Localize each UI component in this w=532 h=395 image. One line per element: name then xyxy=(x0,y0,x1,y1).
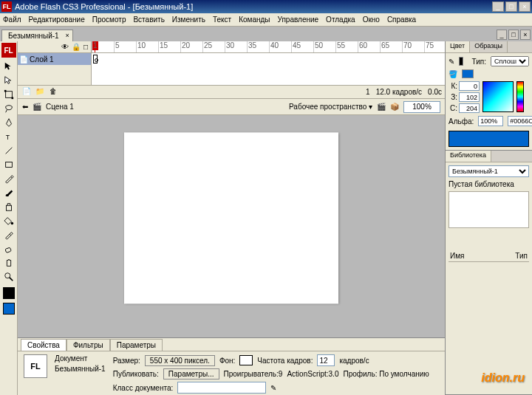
fill-type-select[interactable]: Сплошной xyxy=(491,56,529,66)
menu-commands[interactable]: Команды xyxy=(239,16,270,24)
symbol-selector-icon[interactable]: 📦 xyxy=(390,103,399,111)
svg-rect-1 xyxy=(4,90,6,92)
close-button[interactable]: × xyxy=(519,1,531,12)
stroke-icon[interactable]: ✎ xyxy=(449,58,454,66)
menu-help[interactable]: Справка xyxy=(387,16,416,24)
doc-restore-button[interactable]: □ xyxy=(508,30,519,40)
tab-color[interactable]: Цвет xyxy=(446,41,470,52)
size-button[interactable]: 550 x 400 пиксел. xyxy=(145,355,215,366)
frame-grid[interactable] xyxy=(92,53,445,85)
frame-ruler[interactable]: 15101520253035404550556065707580 xyxy=(92,41,445,52)
new-layer-button[interactable]: 📄 xyxy=(21,87,33,97)
paint-bucket-tool[interactable] xyxy=(1,214,16,227)
zoom-tool[interactable] xyxy=(1,270,16,284)
new-folder-button[interactable]: 📁 xyxy=(34,87,46,97)
outline-icon[interactable]: □ xyxy=(83,43,88,51)
tab-parameters[interactable]: Параметры xyxy=(110,339,163,351)
toolbox: FL T xyxy=(0,41,18,395)
menu-file[interactable]: Файл xyxy=(3,16,21,24)
free-transform-tool[interactable] xyxy=(1,88,16,101)
selection-tool[interactable] xyxy=(1,60,16,73)
type-label: Тип: xyxy=(472,58,486,66)
framerate-unit: кадров/с xyxy=(339,357,369,365)
frame-tick: 20 xyxy=(180,41,190,52)
menu-window[interactable]: Окно xyxy=(363,16,380,24)
subselection-tool[interactable] xyxy=(1,74,16,87)
pencil-tool[interactable] xyxy=(1,172,16,185)
stroke-swatch[interactable] xyxy=(459,57,463,66)
menu-text[interactable]: Текст xyxy=(213,16,231,24)
library-doc-select[interactable]: Безымянный-1 xyxy=(449,165,529,177)
line-tool[interactable] xyxy=(1,144,16,157)
doc-type-label: Документ xyxy=(55,354,87,363)
stage[interactable] xyxy=(124,132,338,303)
lock-icon[interactable]: 🔒 xyxy=(72,43,81,51)
lasso-tool[interactable] xyxy=(1,102,16,115)
flash-logo-icon: FL xyxy=(1,43,16,58)
frame-tick: 70 xyxy=(402,41,412,52)
stroke-color-swatch[interactable] xyxy=(3,287,15,299)
eye-icon[interactable]: 👁 xyxy=(61,43,69,51)
pen-tool[interactable] xyxy=(1,116,16,129)
edit-class-icon[interactable]: ✎ xyxy=(270,384,276,392)
blue-input[interactable] xyxy=(459,103,480,113)
scene-name[interactable]: Сцена 1 xyxy=(46,103,74,111)
color-panel: Цвет Образцы ✎ Тип: Сплошной 🪣 К: xyxy=(446,41,532,151)
menu-edit[interactable]: Редактирование xyxy=(29,16,85,24)
text-tool[interactable]: T xyxy=(1,130,16,143)
tab-properties[interactable]: Свойства xyxy=(21,339,66,351)
publish-settings-button[interactable]: Параметры... xyxy=(163,368,219,379)
menu-modify[interactable]: Изменить xyxy=(172,16,205,24)
framerate-input[interactable] xyxy=(317,354,335,366)
alpha-input[interactable] xyxy=(478,116,503,126)
keyframe[interactable] xyxy=(93,55,98,63)
eyedropper-tool[interactable] xyxy=(1,228,16,241)
eraser-tool[interactable] xyxy=(1,242,16,255)
layer-row[interactable]: 📄 Слой 1 xyxy=(18,53,91,65)
document-tab[interactable]: Безымянный-1 × xyxy=(1,30,73,41)
tab-filters[interactable]: Фильтры xyxy=(66,339,110,351)
brush-tool[interactable] xyxy=(1,186,16,199)
maximize-button[interactable]: □ xyxy=(505,1,517,12)
frame-tick: 10 xyxy=(136,41,146,52)
fill-color-swatch[interactable] xyxy=(3,303,15,315)
menu-view[interactable]: Просмотр xyxy=(92,16,126,24)
tab-swatches[interactable]: Образцы xyxy=(470,41,508,52)
menu-debug[interactable]: Отладка xyxy=(326,16,355,24)
svg-text:T: T xyxy=(5,134,10,141)
doc-minimize-button[interactable]: _ xyxy=(497,30,507,40)
frame-tick: 60 xyxy=(358,41,367,52)
red-input[interactable] xyxy=(459,81,480,91)
scene-selector-icon[interactable]: 🎬 xyxy=(377,103,386,111)
scene-icon: 🎬 xyxy=(33,103,41,111)
stage-area[interactable] xyxy=(18,115,445,337)
workspace-menu[interactable]: Рабочее пространство ▾ xyxy=(289,103,372,111)
lib-col-type[interactable]: Тип xyxy=(515,252,528,260)
delete-layer-button[interactable]: 🗑 xyxy=(47,87,59,97)
back-icon[interactable]: ⬅ xyxy=(22,103,28,111)
tab-library[interactable]: Библиотека xyxy=(446,151,491,162)
frame-tick: 65 xyxy=(380,41,389,52)
color-picker[interactable] xyxy=(482,81,514,112)
fill-swatch[interactable] xyxy=(462,69,474,78)
tab-close-icon[interactable]: × xyxy=(65,32,69,39)
doc-close-button[interactable]: × xyxy=(520,30,531,40)
menu-insert[interactable]: Вставить xyxy=(133,16,164,24)
green-input[interactable] xyxy=(459,92,480,102)
zoom-input[interactable] xyxy=(403,101,440,113)
minimize-button[interactable]: _ xyxy=(492,1,504,12)
layer-icon: 📄 xyxy=(19,55,28,63)
menu-control[interactable]: Управление xyxy=(278,16,319,24)
hand-tool[interactable] xyxy=(1,256,16,269)
doc-class-input[interactable] xyxy=(177,382,266,394)
library-panel: Библиотека Безымянный-1 Пустая библиотек… xyxy=(446,151,532,395)
fill-icon[interactable]: 🪣 xyxy=(449,70,457,78)
svg-rect-5 xyxy=(5,162,12,168)
bg-color-swatch[interactable] xyxy=(239,355,253,365)
ink-bottle-tool[interactable] xyxy=(1,200,16,213)
hex-input[interactable] xyxy=(508,116,532,126)
hue-slider[interactable] xyxy=(516,81,524,112)
rectangle-tool[interactable] xyxy=(1,158,16,171)
lib-col-name[interactable]: Имя xyxy=(450,252,464,260)
frame-tick: 5 xyxy=(114,41,120,52)
